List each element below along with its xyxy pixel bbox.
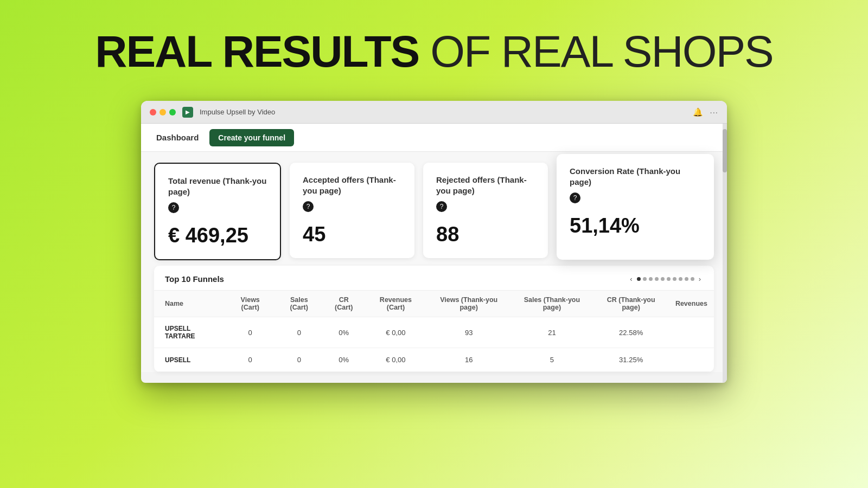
card-value-conversion: 51,14%: [570, 214, 701, 237]
main-cards-group: Total revenue (Thank-you page) ? € 469,2…: [154, 163, 548, 260]
browser-dot-yellow: [159, 109, 166, 115]
pagination-dot-9: [685, 277, 688, 281]
cr-cart-2: 0%: [323, 348, 365, 372]
cr-ty-2: 31.25%: [593, 348, 668, 372]
nav-dashboard-tab[interactable]: Dashboard: [154, 130, 201, 145]
col-sales-ty: Sales (Thank-you page): [510, 291, 593, 317]
pagination-dot-3: [649, 277, 653, 281]
revenues-cart-2: € 0,00: [365, 348, 427, 372]
col-revenues: Revenues: [669, 291, 714, 317]
headline-bold: REAL RESULTS: [95, 27, 419, 76]
create-funnel-button[interactable]: Create your funnel: [209, 129, 294, 146]
pagination-dot-2: [643, 277, 647, 281]
card-value-rejected: 88: [436, 223, 535, 246]
headline: REAL RESULTS OF REAL SHOPS: [95, 26, 773, 77]
stat-card-total-revenue: Total revenue (Thank-you page) ? € 469,2…: [154, 163, 281, 260]
table-row: UPSELL 0 0 0% € 0,00: [154, 348, 714, 372]
views-cart-2: 0: [226, 348, 275, 372]
sales-ty-1: 21: [510, 317, 593, 348]
browser-dots: [150, 109, 176, 115]
funnel-name-1: UPSELL TARTARE: [154, 317, 226, 348]
table-header: Top 10 Funnels ‹ ›: [154, 266, 714, 291]
table-row: UPSELL TARTARE 0 0 0% € 0,00: [154, 317, 714, 348]
pagination-next-arrow[interactable]: ›: [697, 275, 703, 283]
browser-app-title: Impulse Upsell by Video: [200, 108, 686, 116]
revenues-cart-1: € 0,00: [365, 317, 427, 348]
stat-card-conversion: Conversion Rate (Thank-you page) ? 51,14…: [557, 154, 714, 260]
col-views-ty: Views (Thank-you page): [427, 291, 510, 317]
pagination-dot-4: [655, 277, 659, 281]
funnels-table: Name Views (Cart) Sales (Cart) CR (Cart): [154, 291, 714, 372]
pagination-prev-arrow[interactable]: ‹: [628, 275, 634, 283]
stat-card-rejected: Rejected offers (Thank-you page) ? 88: [423, 163, 548, 258]
card-title-rejected: Rejected offers (Thank-you page): [436, 175, 535, 196]
revenues-1: [669, 317, 714, 348]
card-value-revenue: € 469,25: [168, 224, 267, 247]
pagination-dot-6: [667, 277, 671, 281]
bell-icon[interactable]: 🔔: [693, 107, 703, 117]
sales-cart-1: 0: [275, 317, 323, 348]
cards-section: Total revenue (Thank-you page) ? € 469,2…: [141, 152, 727, 266]
sales-cart-2: 0: [275, 348, 323, 372]
table-title: Top 10 Funnels: [165, 274, 224, 284]
col-name: Name: [154, 291, 226, 317]
col-revenues-cart: Revenues (Cart): [365, 291, 427, 317]
card-help-revenue[interactable]: ?: [168, 202, 179, 213]
browser-titlebar: ▶ Impulse Upsell by Video 🔔 ···: [141, 101, 727, 124]
card-help-rejected[interactable]: ?: [436, 201, 447, 212]
cr-ty-1: 22.58%: [593, 317, 668, 348]
app-icon: ▶: [182, 107, 193, 118]
browser-dot-green: [169, 109, 176, 115]
card-title-conversion: Conversion Rate (Thank-you page): [570, 166, 701, 187]
pagination-dot-1: [637, 277, 641, 281]
revenues-2: [669, 348, 714, 372]
sales-ty-2: 5: [510, 348, 593, 372]
col-sales-cart: Sales (Cart): [275, 291, 323, 317]
funnel-name-2: UPSELL: [154, 348, 226, 372]
col-cr-cart: CR (Cart): [323, 291, 365, 317]
table-section: Top 10 Funnels ‹ ›: [154, 266, 714, 372]
col-views-cart: Views (Cart): [226, 291, 275, 317]
card-help-conversion[interactable]: ?: [570, 192, 580, 203]
views-cart-1: 0: [226, 317, 275, 348]
browser-window: ▶ Impulse Upsell by Video 🔔 ··· Dashboar…: [141, 101, 727, 383]
app-content: Dashboard Create your funnel Total reven…: [141, 124, 727, 372]
card-title-revenue: Total revenue (Thank-you page): [168, 176, 267, 197]
browser-dot-red: [150, 109, 156, 115]
browser-scrollbar-thumb: [723, 129, 727, 172]
col-cr-ty: CR (Thank-you page): [593, 291, 668, 317]
table-pagination: ‹ ›: [628, 275, 703, 283]
views-ty-2: 16: [427, 348, 510, 372]
card-help-accepted[interactable]: ?: [303, 201, 314, 212]
app-nav: Dashboard Create your funnel: [141, 124, 727, 152]
cr-cart-1: 0%: [323, 317, 365, 348]
card-value-accepted: 45: [303, 223, 401, 246]
stat-card-accepted: Accepted offers (Thank-you page) ? 45: [290, 163, 414, 258]
pagination-dot-5: [661, 277, 665, 281]
headline-light: OF REAL SHOPS: [430, 27, 773, 76]
views-ty-1: 93: [427, 317, 510, 348]
pagination-dot-7: [673, 277, 676, 281]
browser-scrollbar[interactable]: [723, 124, 727, 383]
more-icon[interactable]: ···: [710, 107, 718, 117]
pagination-dot-10: [691, 277, 694, 281]
card-title-accepted: Accepted offers (Thank-you page): [303, 175, 401, 196]
pagination-dot-8: [679, 277, 682, 281]
